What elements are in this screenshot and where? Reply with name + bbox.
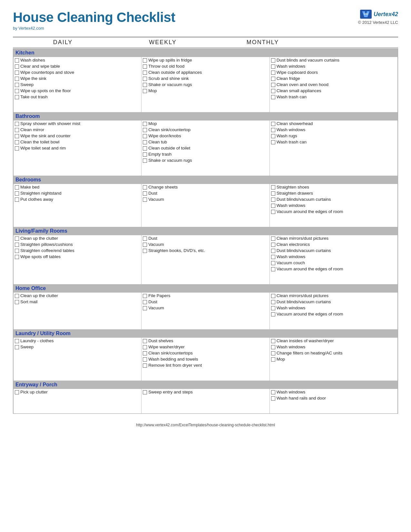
checkbox[interactable] — [143, 357, 147, 362]
checkbox[interactable] — [15, 191, 19, 196]
checkbox[interactable] — [271, 345, 275, 349]
checkbox[interactable] — [271, 249, 275, 253]
checkbox[interactable] — [143, 390, 147, 394]
checkbox[interactable] — [271, 255, 275, 259]
checkbox[interactable] — [271, 267, 275, 271]
checkbox[interactable] — [271, 122, 275, 126]
checkbox[interactable] — [15, 339, 19, 343]
checkbox[interactable] — [15, 77, 19, 81]
checkbox[interactable] — [271, 134, 275, 138]
checkbox[interactable] — [271, 261, 275, 265]
item-label: Dust — [148, 191, 157, 196]
checkbox[interactable] — [143, 339, 147, 343]
checkbox[interactable] — [271, 243, 275, 247]
checkbox[interactable] — [143, 146, 147, 150]
checkbox[interactable] — [15, 83, 19, 87]
checkbox[interactable] — [271, 210, 275, 214]
checkbox[interactable] — [15, 89, 19, 93]
checkbox[interactable] — [15, 128, 19, 132]
checkbox[interactable] — [143, 237, 147, 241]
daily-item-empty — [15, 408, 140, 413]
checkbox[interactable] — [271, 191, 275, 196]
checkbox[interactable] — [143, 363, 147, 368]
monthly-item: Wash trash can — [271, 94, 396, 100]
monthly-item-empty — [271, 164, 396, 169]
checkbox[interactable] — [143, 152, 147, 157]
checkbox[interactable] — [143, 351, 147, 355]
checkbox[interactable] — [15, 134, 19, 138]
weekly-item-empty — [143, 278, 268, 284]
checkbox[interactable] — [271, 312, 275, 316]
checkbox[interactable] — [271, 58, 275, 63]
item-label: Dust blinds and vacuum curtains — [277, 58, 339, 63]
checkbox[interactable] — [15, 140, 19, 144]
checkbox[interactable] — [15, 345, 19, 349]
monthly-item-empty — [271, 170, 396, 175]
checkbox[interactable] — [15, 71, 19, 75]
monthly-item: Straighten shoes — [271, 184, 396, 190]
item-label: Dust blinds/vacuum curtains — [277, 197, 331, 202]
checkbox[interactable] — [15, 198, 19, 202]
checkbox[interactable] — [15, 95, 19, 99]
checkbox[interactable] — [271, 204, 275, 208]
checkbox[interactable] — [15, 255, 19, 259]
checkbox[interactable] — [271, 339, 275, 343]
checkbox[interactable] — [271, 294, 275, 298]
checkbox[interactable] — [143, 58, 147, 63]
checkbox[interactable] — [271, 89, 275, 93]
checkbox[interactable] — [15, 185, 19, 189]
checkbox[interactable] — [271, 64, 275, 69]
checkbox[interactable] — [143, 306, 147, 310]
checkbox[interactable] — [271, 83, 275, 87]
checkbox[interactable] — [271, 390, 275, 394]
byline-link[interactable]: by Vertex42.com — [13, 26, 44, 31]
checkbox[interactable] — [143, 122, 147, 126]
checklist-row — [14, 163, 398, 169]
checkbox[interactable] — [143, 128, 147, 132]
checkbox[interactable] — [143, 64, 147, 69]
checkbox[interactable] — [143, 243, 147, 247]
checkbox[interactable] — [143, 140, 147, 144]
checkbox[interactable] — [271, 351, 275, 355]
checkbox[interactable] — [143, 294, 147, 298]
checkbox[interactable] — [15, 249, 19, 253]
checkbox[interactable] — [271, 357, 275, 362]
checkbox[interactable] — [15, 146, 19, 150]
section-header-row: Bathroom — [14, 112, 398, 121]
checkbox[interactable] — [143, 159, 147, 163]
checkbox[interactable] — [143, 134, 147, 138]
checkbox[interactable] — [143, 71, 147, 75]
checkbox[interactable] — [15, 58, 19, 63]
checkbox[interactable] — [271, 396, 275, 401]
checkbox[interactable] — [271, 71, 275, 75]
checkbox[interactable] — [271, 306, 275, 310]
item-label: Vacuum couch — [277, 260, 305, 265]
checkbox[interactable] — [15, 294, 19, 298]
checkbox[interactable] — [271, 140, 275, 144]
checkbox[interactable] — [15, 64, 19, 69]
item-label: Put clothes away — [20, 197, 53, 202]
checkbox[interactable] — [143, 198, 147, 202]
checkbox[interactable] — [143, 185, 147, 189]
checkbox[interactable] — [271, 128, 275, 132]
checkbox[interactable] — [15, 390, 19, 394]
checkbox[interactable] — [143, 77, 147, 81]
checkbox[interactable] — [143, 300, 147, 304]
checkbox[interactable] — [271, 185, 275, 189]
checkbox[interactable] — [271, 198, 275, 202]
checkbox[interactable] — [271, 77, 275, 81]
checkbox[interactable] — [143, 83, 147, 87]
checkbox[interactable] — [15, 122, 19, 126]
monthly-item-empty — [271, 363, 396, 368]
checkbox[interactable] — [15, 243, 19, 247]
checkbox[interactable] — [271, 95, 275, 99]
checkbox[interactable] — [15, 300, 19, 304]
checkbox[interactable] — [143, 89, 147, 93]
checkbox[interactable] — [271, 300, 275, 304]
checkbox[interactable] — [15, 237, 19, 241]
checkbox[interactable] — [143, 345, 147, 349]
daily-item: Clean up the clutter — [15, 293, 140, 298]
checkbox[interactable] — [143, 191, 147, 196]
checkbox[interactable] — [271, 237, 275, 241]
checkbox[interactable] — [143, 249, 147, 253]
